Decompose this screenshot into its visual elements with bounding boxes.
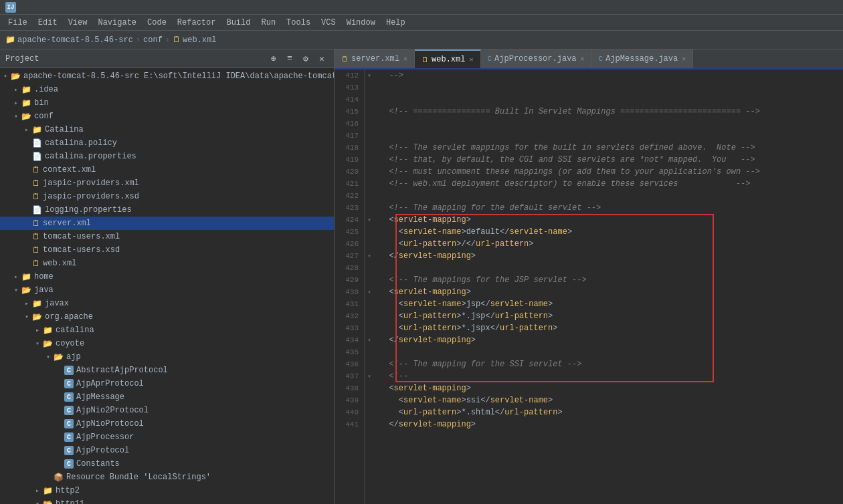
tree-icon-root: 📂 (11, 72, 21, 82)
breadcrumb-file[interactable]: web.xml (183, 35, 216, 45)
tree-item-ResourceBundle[interactable]: 📦Resource Bundle 'LocalStrings' (0, 471, 334, 484)
sidebar-collapse-btn[interactable]: ≡ (283, 52, 296, 66)
tree-item-http11[interactable]: ▾📂http11 (0, 497, 334, 504)
tree-icon-AjpMessage: C (64, 392, 74, 402)
menu-view[interactable]: View (63, 17, 93, 29)
line-num-422: 422 (335, 190, 364, 202)
fold-marker-439 (365, 394, 374, 406)
tree-item-java[interactable]: ▾📂java (0, 283, 334, 297)
menu-help[interactable]: Help (381, 17, 411, 29)
tab-ajpmessage[interactable]: C AjpMessage.java ✕ (592, 49, 694, 68)
tree-icon-context-xml: 🗒 (32, 165, 40, 175)
line-num-423: 423 (335, 202, 364, 214)
tree-label-AjpNio2Protocol: AjpNio2Protocol (76, 406, 149, 415)
line-num-428: 428 (335, 262, 364, 274)
menu-tools[interactable]: Tools (281, 17, 316, 29)
sidebar-close-btn[interactable]: ✕ (315, 52, 329, 66)
tab-server-xml[interactable]: 🗒 server.xml ✕ (335, 49, 415, 68)
tree-item-catalina-props[interactable]: 📄catalina.properties (0, 150, 334, 163)
tree-item-AjpMessage[interactable]: CAjpMessage (0, 390, 334, 404)
tree-label-coyote: coyote (56, 339, 84, 348)
tree-item-tomcat-users-xml[interactable]: 🗒tomcat-users.xml (0, 230, 334, 243)
fold-marker-437[interactable]: ▾ (365, 370, 374, 382)
menu-edit[interactable]: Edit (33, 17, 63, 29)
tree-item-AjpNioProtocol[interactable]: CAjpNioProtocol (0, 417, 334, 430)
sidebar-settings-btn[interactable]: ⚙ (299, 52, 312, 66)
tree-icon-idea: 📁 (21, 85, 31, 95)
tree-item-javax[interactable]: ▸📁javax (0, 297, 334, 310)
fold-marker-430[interactable]: ▾ (365, 286, 374, 298)
tree-item-AjpProcessor[interactable]: CAjpProcessor (0, 430, 334, 444)
menu-navigate[interactable]: Navigate (92, 17, 142, 29)
code-area[interactable]: --> <!-- ================ Built In Servl… (374, 70, 843, 504)
tree-item-orgapache[interactable]: ▾📂org.apache (0, 310, 334, 324)
code-line-430: <servlet-mapping> (379, 286, 843, 298)
editor-content: 4124134144154164174184194204214224234244… (335, 70, 843, 504)
tree-item-catalina-policy[interactable]: 📄catalina.policy (0, 136, 334, 150)
menu-build[interactable]: Build (221, 17, 256, 29)
tree-item-jaspic-providers-xml[interactable]: 🗒jaspic-providers.xml (0, 176, 334, 190)
line-num-439: 439 (335, 394, 364, 406)
tree-icon-AjpNioProtocol: C (64, 419, 74, 428)
tab-web-xml[interactable]: 🗒 web.xml ✕ (415, 49, 480, 68)
tree-item-AjpNio2Protocol[interactable]: CAjpNio2Protocol (0, 404, 334, 417)
tree-icon-catalina: 📁 (32, 125, 42, 135)
fold-marker-434[interactable]: ▾ (365, 334, 374, 346)
tree-icon-jaspic-providers-xsd: 🗒 (32, 192, 40, 202)
tree-item-Constants[interactable]: CConstants (0, 457, 334, 471)
tree-item-catalina[interactable]: ▸📁Catalina (0, 123, 334, 136)
tree-item-http2[interactable]: ▸📁http2 (0, 484, 334, 497)
tree-icon-bin: 📁 (21, 98, 31, 108)
project-tree: ▾📂apache-tomcat-8.5.46-src E:\soft\Intel… (0, 68, 334, 504)
tree-item-logging-props[interactable]: 📄logging.properties (0, 203, 334, 217)
menu-refactor[interactable]: Refactor (172, 17, 221, 29)
tree-item-AbstractAjpProtocol[interactable]: CAbstractAjpProtocol (0, 364, 334, 377)
tab-close-server-xml[interactable]: ✕ (403, 55, 407, 63)
tree-item-web-xml[interactable]: 🗒web.xml (0, 257, 334, 270)
fold-marker-425 (365, 226, 374, 238)
tree-arrow-catalina2: ▸ (32, 326, 43, 334)
tree-item-AjpProtocol[interactable]: CAjpProtocol (0, 444, 334, 457)
tree-item-ajp[interactable]: ▾📂ajp (0, 350, 334, 364)
fold-marker-412[interactable]: ▾ (365, 70, 374, 82)
fold-marker-427[interactable]: ▾ (365, 250, 374, 262)
tree-item-jaspic-providers-xsd[interactable]: 🗒jaspic-providers.xsd (0, 190, 334, 203)
tree-item-bin[interactable]: ▸📁bin (0, 96, 334, 110)
fold-marker-424[interactable]: ▾ (365, 214, 374, 226)
tree-item-server-xml[interactable]: 🗒server.xml (0, 217, 334, 230)
line-num-415: 415 (335, 106, 364, 118)
tree-label-AjpProcessor: AjpProcessor (76, 432, 134, 442)
code-line-427: </servlet-mapping> (379, 250, 843, 262)
tab-close-ajpprocessor[interactable]: ✕ (581, 55, 585, 63)
tree-item-catalina2[interactable]: ▸📁catalina (0, 324, 334, 337)
menu-window[interactable]: Window (341, 17, 381, 29)
tree-item-home[interactable]: ▸📁home (0, 270, 334, 283)
line-numbers: 4124134144154164174184194204214224234244… (335, 70, 365, 504)
menu-file[interactable]: File (3, 17, 33, 29)
menu-code[interactable]: Code (142, 17, 172, 29)
tree-item-coyote[interactable]: ▾📂coyote (0, 337, 334, 350)
tree-item-conf[interactable]: ▾📂conf (0, 110, 334, 123)
tree-label-server-xml: server.xml (43, 219, 91, 228)
tree-item-tomcat-users-xsd[interactable]: 🗒tomcat-users.xsd (0, 243, 334, 257)
breadcrumb-conf[interactable]: conf (143, 35, 163, 45)
menu-vcs[interactable]: VCS (316, 17, 341, 29)
sidebar-expand-btn[interactable]: ⊕ (267, 52, 280, 66)
tab-ajpprocessor[interactable]: C AjpProcessor.java ✕ (481, 49, 592, 68)
tab-close-ajpmessage[interactable]: ✕ (682, 55, 686, 63)
code-line-438: <servlet-mapping> (379, 382, 843, 394)
tree-item-AjpAprProtocol[interactable]: CAjpAprProtocol (0, 377, 334, 390)
breadcrumb-root[interactable]: apache-tomcat-8.5.46-src (17, 35, 133, 45)
menu-run[interactable]: Run (256, 17, 281, 29)
fold-marker-433 (365, 322, 374, 334)
tree-label-idea: .idea (34, 85, 58, 94)
fold-marker-432 (365, 310, 374, 322)
tree-label-javax: javax (45, 299, 69, 308)
tree-item-context-xml[interactable]: 🗒context.xml (0, 163, 334, 176)
tab-close-web-xml[interactable]: ✕ (469, 55, 473, 64)
tab-label-web-xml: web.xml (432, 55, 465, 64)
tree-item-idea[interactable]: ▸📁.idea (0, 83, 334, 96)
fold-marker-440 (365, 406, 374, 418)
line-num-421: 421 (335, 178, 364, 190)
tree-item-root[interactable]: ▾📂apache-tomcat-8.5.46-src E:\soft\Intel… (0, 70, 334, 83)
